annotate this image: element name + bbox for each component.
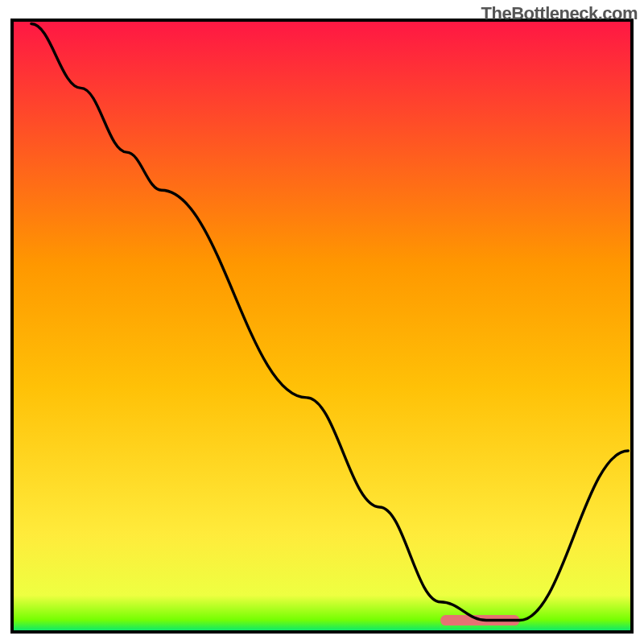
watermark-label: TheBottleneck.com [481, 3, 638, 24]
bottleneck-chart: TheBottleneck.com [0, 0, 644, 644]
chart-svg [0, 0, 644, 644]
chart-background [12, 20, 632, 632]
